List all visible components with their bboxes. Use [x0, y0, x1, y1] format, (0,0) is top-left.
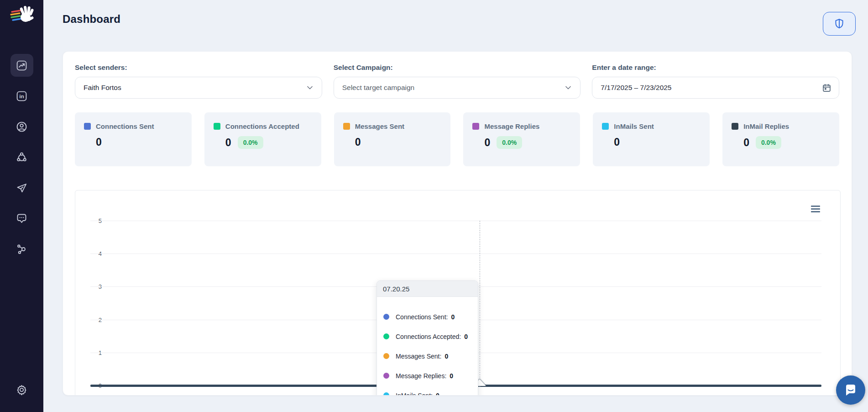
hover-crosshair-line — [480, 221, 480, 387]
chevron-down-icon — [564, 83, 573, 92]
date-range-value: 7/17/2025 – 7/23/2025 — [601, 84, 822, 92]
sidebar-item-linkedin[interactable]: in — [10, 85, 33, 107]
tooltip-label: InMails Sent: — [396, 392, 433, 396]
integrations-hub-icon — [16, 243, 28, 255]
tooltip-value: 0 — [464, 333, 468, 340]
sidebar-item-accounts[interactable] — [10, 115, 33, 138]
stat-value: 0 — [225, 137, 231, 149]
tooltip-value: 0 — [444, 353, 448, 360]
campaign-placeholder: Select target campaign — [342, 84, 564, 92]
campaign-label: Select Campaign: — [334, 63, 581, 72]
sidebar-bottom — [10, 378, 33, 401]
series-color-swatch — [343, 123, 350, 130]
senders-label: Select senders: — [75, 63, 322, 72]
shield-button[interactable] — [823, 12, 856, 36]
date-range-label: Enter a date range: — [592, 63, 839, 72]
series-color-swatch — [732, 123, 738, 130]
calendar-icon — [822, 83, 831, 93]
analytics-icon — [16, 59, 28, 72]
chart-card: 5 4 3 2 1 0 17. Jul 18. Ju — [75, 190, 841, 396]
stat-value: 0 — [743, 137, 749, 149]
series-dot — [383, 314, 389, 320]
chat-widget-button[interactable] — [836, 375, 865, 405]
percentage-badge: 0.0% — [497, 136, 522, 149]
stat-label: Connections Accepted — [225, 122, 299, 130]
shield-icon — [833, 17, 845, 30]
stat-card-messages-sent: Messages Sent 0 — [334, 112, 451, 166]
stat-card-message-replies: Message Replies 00.0% — [463, 112, 580, 166]
sidebar-item-integrations[interactable] — [10, 238, 33, 260]
stat-label: InMails Sent — [614, 122, 654, 130]
chart-tooltip: 07.20.25 Connections Sent:0 Connections … — [376, 280, 478, 396]
page-title: Dashboard — [63, 13, 120, 26]
chat-bubble-smile-icon — [843, 382, 858, 398]
heyreach-logo[interactable] — [9, 5, 35, 27]
series-dot — [383, 353, 389, 359]
tooltip-row: Connections Sent:0 — [377, 307, 478, 327]
sidebar-item-settings[interactable] — [10, 378, 33, 401]
user-circle-icon — [16, 121, 28, 133]
series-dot — [383, 392, 389, 396]
chart-menu-icon[interactable] — [811, 206, 820, 212]
campaign-filter: Select Campaign: Select target campaign — [334, 63, 581, 99]
chat-dots-icon — [16, 212, 28, 225]
tooltip-value: 0 — [451, 313, 455, 321]
tooltip-label: Messages Sent: — [396, 353, 441, 360]
tooltip-date: 07.20.25 — [377, 281, 478, 297]
series-dot — [383, 333, 389, 339]
tooltip-label: Message Replies: — [396, 372, 446, 380]
main-card: Select senders: Faith Fortos Select Camp… — [63, 51, 852, 396]
percentage-badge: 0.0% — [756, 136, 781, 149]
stat-value: 0 — [96, 136, 102, 148]
stat-label: Connections Sent — [96, 122, 154, 130]
stat-card-connections-sent: Connections Sent 0 — [75, 112, 192, 166]
sidebar: in — [0, 0, 43, 412]
stat-card-inmails-sent: InMails Sent 0 — [593, 112, 710, 166]
stat-card-inmail-replies: InMail Replies 00.0% — [722, 112, 839, 166]
settings-gear-icon — [16, 384, 28, 396]
date-range-input[interactable]: 7/17/2025 – 7/23/2025 — [592, 77, 839, 99]
series-color-swatch — [84, 123, 91, 130]
stat-value: 0 — [614, 136, 620, 148]
series-color-swatch — [214, 123, 220, 130]
percentage-badge: 0.0% — [238, 136, 263, 149]
sidebar-item-analytics[interactable] — [10, 54, 33, 77]
stat-label: InMail Replies — [743, 122, 789, 130]
senders-filter: Select senders: Faith Fortos — [75, 63, 322, 99]
tooltip-value: 0 — [436, 392, 439, 396]
svg-text:in: in — [19, 93, 24, 100]
plot-area[interactable]: 17. Jul 18. Jul 19. Jul 07.20.25 21. Jul… — [90, 221, 821, 386]
sidebar-nav: in — [10, 54, 33, 260]
send-plane-icon — [16, 182, 28, 194]
tooltip-value: 0 — [450, 372, 453, 380]
tooltip-row: Connections Accepted:0 — [377, 327, 478, 346]
sidebar-item-inbox[interactable] — [10, 207, 33, 230]
tooltip-row: InMails Sent:0 — [377, 386, 478, 396]
network-icon — [16, 151, 28, 164]
series-dot — [383, 373, 389, 379]
tooltip-row: Message Replies:0 — [377, 366, 478, 386]
tooltip-label: Connections Sent: — [396, 313, 448, 321]
chevron-down-icon — [305, 83, 314, 92]
campaign-select[interactable]: Select target campaign — [334, 77, 581, 99]
stat-card-connections-accepted: Connections Accepted 00.0% — [204, 112, 321, 166]
stat-value: 0 — [355, 136, 361, 148]
series-color-swatch — [472, 123, 479, 130]
stat-label: Message Replies — [484, 122, 539, 130]
series-color-swatch — [602, 123, 609, 130]
senders-select[interactable]: Faith Fortos — [75, 77, 322, 99]
linkedin-icon: in — [16, 90, 28, 102]
sidebar-item-campaigns[interactable] — [10, 176, 33, 199]
sidebar-item-network[interactable] — [10, 146, 33, 169]
stat-value: 0 — [484, 137, 490, 149]
senders-value: Faith Fortos — [84, 84, 305, 92]
tooltip-row: Messages Sent:0 — [377, 346, 478, 366]
stats-row: Connections Sent 0 Connections Accepted … — [75, 112, 839, 166]
tooltip-label: Connections Accepted: — [396, 333, 461, 340]
date-range-filter: Enter a date range: 7/17/2025 – 7/23/202… — [592, 63, 839, 99]
filters-row: Select senders: Faith Fortos Select Camp… — [75, 63, 839, 99]
stat-label: Messages Sent — [355, 122, 404, 130]
dashboard-app: in — [0, 0, 868, 412]
